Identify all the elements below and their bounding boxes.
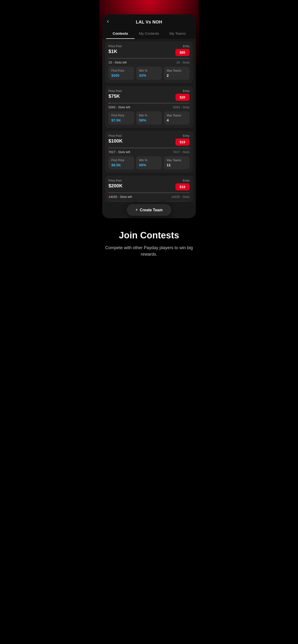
slots-row-1: 5263 - Slots left 5263 - Slots — [108, 106, 190, 109]
entry-label-3: Entry — [183, 179, 190, 182]
progress-bar-1 — [108, 103, 190, 104]
back-button[interactable]: ‹ — [107, 18, 109, 24]
card-header-1: Price Pool $75K Entry $20 — [108, 89, 190, 101]
header: ‹ LAL Vs NOH — [102, 14, 196, 28]
entry-section-0: Entry $85 — [175, 44, 190, 56]
entry-button-0[interactable]: $85 — [175, 49, 190, 56]
stats-row-0: First Prize $300 Win % 33% Max Teams 2 — [108, 66, 190, 80]
progress-fill-1 — [108, 103, 110, 104]
plus-icon: + — [135, 208, 138, 212]
slots-total-3: 14035 - Slots — [171, 195, 190, 198]
win-pct-box-2: Win % 59% — [136, 156, 162, 170]
max-teams-box-0: Max Teams 2 — [164, 66, 190, 80]
entry-button-2[interactable]: $19 — [175, 138, 190, 146]
max-teams-box-2: Max Teams 11 — [164, 156, 190, 170]
win-value-2: 59% — [139, 163, 159, 167]
stats-row-1: First Prize $7.5K Win % 58% Max Teams 4 — [108, 112, 190, 124]
price-pool-value-2: $100K — [108, 138, 123, 144]
tabs-bar: Contests My Contests My Teams — [102, 28, 196, 39]
pool-section-3: Price Pool $200K — [108, 179, 123, 188]
entry-section-1: Entry $20 — [175, 89, 190, 101]
tab-contests[interactable]: Contests — [106, 29, 135, 39]
slots-total-2: 7017 - Slots — [173, 150, 190, 154]
slots-left-1: 5263 - Slots left — [108, 106, 130, 109]
price-pool-value-0: $1K — [108, 49, 122, 54]
max-teams-value-1: 4 — [167, 118, 187, 122]
contests-scroll-area[interactable]: Price Pool $1K Entry $85 15 - Slots left… — [102, 39, 196, 202]
progress-bar-3 — [108, 192, 190, 193]
entry-label-0: Entry — [183, 44, 190, 48]
win-label-2: Win % — [139, 158, 159, 162]
first-prize-label-1: First Prize — [111, 114, 131, 117]
first-prize-box-0: First Prize $300 — [108, 66, 134, 80]
win-label-1: Win % — [139, 114, 159, 117]
max-teams-value-0: 2 — [167, 73, 187, 78]
max-teams-box-1: Max Teams 4 — [164, 112, 190, 124]
progress-bar-2 — [108, 148, 190, 148]
price-pool-value-3: $200K — [108, 183, 123, 188]
first-prize-value-2: $9.5K — [111, 163, 131, 167]
win-pct-box-1: Win % 58% — [136, 112, 162, 124]
card-header-3: Price Pool $200K Entry $19 — [108, 179, 190, 190]
contest-card: Price Pool $1K Entry $85 15 - Slots left… — [105, 41, 193, 83]
max-teams-label-2: Max Teams — [167, 158, 187, 162]
first-prize-label-0: First Prize — [111, 69, 131, 72]
entry-section-3: Entry $19 — [175, 179, 190, 190]
first-prize-label-2: First Prize — [111, 158, 131, 162]
entry-button-3[interactable]: $19 — [175, 183, 190, 190]
first-prize-value-1: $7.5K — [111, 118, 131, 122]
max-teams-label-0: Max Teams — [167, 69, 187, 72]
first-prize-box-2: First Prize $9.5K — [108, 156, 134, 170]
slots-row-0: 15 - Slots left 15 - Slots — [108, 60, 190, 64]
pool-section-0: Price Pool $1K — [108, 44, 122, 54]
join-title: Join Contests — [105, 230, 193, 241]
slots-left-0: 15 - Slots left — [108, 60, 127, 64]
slots-left-3: 14035 - Slots left — [108, 195, 132, 198]
entry-button-1[interactable]: $20 — [175, 94, 190, 101]
win-label-0: Win % — [139, 69, 159, 72]
progress-fill-2 — [108, 148, 109, 148]
page-wrapper: ‹ LAL Vs NOH Contests My Contests My Tea… — [99, 0, 199, 272]
create-team-label: Create Team — [140, 208, 163, 212]
first-prize-box-1: First Prize $7.5K — [108, 112, 134, 124]
price-pool-value-1: $75K — [108, 94, 122, 99]
contest-card: Price Pool $100K Entry $19 7017 - Slots … — [105, 131, 193, 173]
contest-card: Price Pool $200K Entry $19 14035 - Slots… — [105, 176, 193, 202]
slots-left-2: 7017 - Slots left — [108, 150, 130, 154]
back-icon: ‹ — [107, 18, 109, 24]
create-team-button[interactable]: + Create Team — [127, 204, 171, 216]
bottom-section: Join Contests Compete with other Payday … — [99, 218, 199, 272]
slots-total-0: 15 - Slots — [176, 60, 190, 64]
win-value-0: 33% — [139, 73, 159, 78]
price-pool-label-3: Price Pool — [108, 179, 123, 182]
progress-bar-0 — [108, 58, 190, 59]
first-prize-value-0: $300 — [111, 73, 131, 78]
slots-row-3: 14035 - Slots left 14035 - Slots — [108, 195, 190, 198]
entry-label-1: Entry — [183, 89, 190, 93]
max-teams-value-2: 11 — [167, 163, 187, 167]
price-pool-label-1: Price Pool — [108, 89, 122, 93]
slots-total-1: 5263 - Slots — [173, 106, 190, 109]
price-pool-label-2: Price Pool — [108, 134, 123, 138]
slots-row-2: 7017 - Slots left 7017 - Slots — [108, 150, 190, 154]
progress-fill-3 — [108, 192, 109, 193]
contest-card: Price Pool $75K Entry $20 5263 - Slots l… — [105, 86, 193, 128]
phone-card: ‹ LAL Vs NOH Contests My Contests My Tea… — [102, 14, 196, 218]
header-title: LAL Vs NOH — [136, 20, 162, 25]
win-value-1: 58% — [139, 118, 159, 122]
pool-section-2: Price Pool $100K — [108, 134, 123, 144]
entry-label-2: Entry — [183, 134, 190, 138]
max-teams-label-1: Max Teams — [167, 114, 187, 117]
entry-section-2: Entry $19 — [175, 134, 190, 146]
card-header-0: Price Pool $1K Entry $85 — [108, 44, 190, 56]
stats-row-2: First Prize $9.5K Win % 59% Max Teams 11 — [108, 156, 190, 170]
tab-my-teams[interactable]: My Teams — [163, 29, 192, 39]
join-description: Compete with other Payday players to win… — [105, 244, 193, 258]
card-header-2: Price Pool $100K Entry $19 — [108, 134, 190, 146]
price-pool-label-0: Price Pool — [108, 44, 122, 48]
pool-section-1: Price Pool $75K — [108, 89, 122, 99]
tab-my-contests[interactable]: My Contests — [135, 29, 163, 39]
win-pct-box-0: Win % 33% — [136, 66, 162, 80]
